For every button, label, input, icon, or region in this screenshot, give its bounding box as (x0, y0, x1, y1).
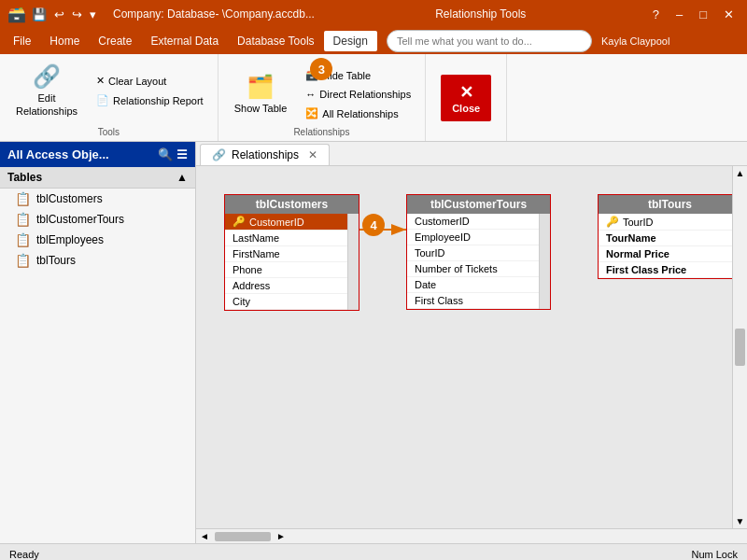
customers-firstname-row[interactable]: FirstName (225, 246, 359, 262)
h-scroll-thumb[interactable] (215, 532, 271, 541)
relationships-tab-label: Relationships (232, 148, 299, 161)
sidebar-customer-tours-label: tblCustomerTours (36, 213, 124, 226)
v-scroll-up[interactable]: ▲ (733, 168, 747, 178)
window-controls: ? – □ ✕ (647, 6, 740, 23)
clear-layout-icon: ✕ (96, 75, 105, 87)
v-scroll-down[interactable]: ▼ (733, 516, 747, 526)
ct-employeeid-row[interactable]: EmployeeID (407, 230, 550, 245)
sidebar-item-customer-tours[interactable]: 📋 tblCustomerTours (0, 209, 195, 230)
edit-relationships-wrapper: 🔗 EditRelationships (7, 62, 86, 119)
user-label: Kayla Claypool (592, 35, 669, 47)
clear-layout-btn[interactable]: ✕ Clear Layout (90, 72, 210, 90)
status-numlock: Num Lock (691, 549, 738, 560)
redo-btn[interactable]: ↪ (70, 6, 84, 23)
sidebar-search-icon[interactable]: 🔍 (158, 147, 173, 161)
ct-tourid-row[interactable]: TourID (407, 245, 550, 261)
ribbon-group-tools: 🔗 EditRelationships ✕ Clear Layout 📄 Rel… (0, 54, 218, 141)
tbl-tours-box: tblTours 🔑 TourID TourName Normal Price (598, 194, 732, 279)
table-icon-employees: 📋 (15, 232, 31, 247)
sidebar-item-employees[interactable]: 📋 tblEmployees (0, 230, 195, 250)
customers-address-row[interactable]: Address (225, 278, 359, 294)
menu-file[interactable]: File (4, 31, 40, 51)
status-bar: Ready Num Lock (0, 543, 747, 560)
show-table-btn[interactable]: 🗂️ Show Table (226, 65, 296, 123)
ct-firstclass-row[interactable]: First Class (407, 293, 550, 309)
sidebar-customers-label: tblCustomers (36, 192, 103, 205)
customers-city-row[interactable]: City (225, 294, 359, 310)
undo-btn[interactable]: ↩ (52, 6, 66, 23)
edit-relationships-btn[interactable]: 🔗 EditRelationships (7, 62, 86, 119)
customers-customerid-row[interactable]: 🔑 CustomerID (225, 214, 359, 231)
all-rel-icon: 🔀 (305, 107, 318, 119)
close-buttons: ✕ Close (433, 58, 499, 137)
save-quick-btn[interactable]: 💾 (30, 6, 49, 23)
search-box: Kayla Claypool (377, 30, 743, 52)
ct-customerid-row[interactable]: CustomerID (407, 214, 550, 230)
direct-rel-icon: ↔️ (305, 89, 316, 100)
tbl-customers-header: tblCustomers (225, 195, 359, 214)
canvas-row: tblCustomers 🔑 CustomerID LastName (196, 166, 747, 528)
edit-relationships-label: EditRelationships (16, 91, 78, 119)
relationships-tab[interactable]: 🔗 Relationships ✕ (200, 144, 330, 165)
tbl-customer-tours-box: tblCustomerTours CustomerID EmployeeID T… (406, 194, 551, 310)
tours-tourname-label: TourName (606, 232, 656, 244)
minimize-btn[interactable]: – (670, 6, 688, 23)
customers-city-label: City (233, 296, 250, 307)
key-icon-customers: 🔑 (233, 216, 246, 228)
h-scroll-left[interactable]: ◄ (196, 531, 213, 541)
close-btn[interactable]: ✕ (718, 6, 740, 23)
h-scroll-right[interactable]: ► (273, 531, 289, 541)
content-wrapper: All Access Obje... 🔍 ☰ Tables ▲ 📋 tblCus… (0, 142, 747, 543)
step3-badge: 3 (310, 58, 332, 80)
relationships-group-label: Relationships (293, 123, 349, 137)
tours-tourid-row[interactable]: 🔑 TourID (599, 214, 732, 231)
sidebar-tables-header: Tables ▲ (0, 167, 195, 189)
maximize-btn[interactable]: □ (694, 6, 712, 23)
title-text: Company: Database- \Company.accdb... (113, 7, 315, 21)
ct-tickets-row[interactable]: Number of Tickets (407, 261, 550, 277)
menu-database-tools[interactable]: Database Tools (228, 31, 324, 51)
dropdown-btn[interactable]: ▾ (88, 6, 98, 23)
search-input[interactable] (387, 30, 592, 52)
vertical-scrollbar[interactable]: ▲ ▼ (732, 166, 747, 528)
customers-firstname-label: FirstName (233, 248, 280, 259)
menu-home[interactable]: Home (40, 31, 89, 51)
below-ribbon: All Access Obje... 🔍 ☰ Tables ▲ 📋 tblCus… (0, 142, 747, 560)
horizontal-scrollbar[interactable]: ◄ ► (196, 528, 747, 543)
edit-relationships-icon: 🔗 (33, 63, 61, 90)
tab-bar: 🔗 Relationships ✕ (196, 142, 747, 166)
close-x-icon: ✕ (452, 82, 480, 103)
tours-firstclassprice-row[interactable]: First Class Price (599, 262, 732, 278)
sidebar-item-customers[interactable]: 📋 tblCustomers (0, 189, 195, 209)
sidebar: All Access Obje... 🔍 ☰ Tables ▲ 📋 tblCus… (0, 142, 196, 543)
direct-relationships-btn[interactable]: ↔️ Direct Relationships (299, 86, 417, 103)
relationships-canvas[interactable]: tblCustomers 🔑 CustomerID LastName (196, 166, 732, 528)
relationships-tab-close[interactable]: ✕ (308, 148, 317, 161)
status-ready: Ready (9, 549, 39, 560)
table-icon-tours: 📋 (15, 253, 31, 268)
ribbon-tab-title: Relationship Tools (315, 7, 647, 21)
sidebar-menu-icon[interactable]: ☰ (176, 147, 188, 161)
table-icon-customers: 📋 (15, 191, 31, 206)
sidebar-header: All Access Obje... 🔍 ☰ (0, 142, 195, 167)
sidebar-item-tours[interactable]: 📋 tblTours (0, 250, 195, 271)
menu-create[interactable]: Create (89, 31, 141, 51)
tools-col: ✕ Clear Layout 📄 Relationship Report (90, 72, 210, 109)
customers-phone-row[interactable]: Phone (225, 262, 359, 278)
tours-tourid-label: TourID (623, 217, 653, 228)
relationship-report-btn[interactable]: 📄 Relationship Report (90, 91, 210, 109)
sidebar-tours-label: tblTours (36, 254, 76, 267)
tours-normalprice-row[interactable]: Normal Price (599, 246, 732, 262)
customers-lastname-row[interactable]: LastName (225, 231, 359, 246)
all-relationships-btn[interactable]: 🔀 All Relationships (299, 105, 417, 122)
close-ribbon-btn[interactable]: ✕ Close (441, 75, 491, 121)
tours-tourname-row[interactable]: TourName (599, 231, 732, 246)
help-btn[interactable]: ? (647, 6, 665, 23)
ct-date-row[interactable]: Date (407, 277, 550, 293)
ct-scrollbar[interactable] (539, 214, 550, 309)
menu-design[interactable]: Design (324, 31, 377, 51)
sidebar-collapse-icon[interactable]: ▲ (176, 171, 188, 184)
v-scroll-thumb[interactable] (735, 329, 745, 366)
customers-scrollbar[interactable] (347, 214, 359, 310)
menu-external-data[interactable]: External Data (141, 31, 228, 51)
